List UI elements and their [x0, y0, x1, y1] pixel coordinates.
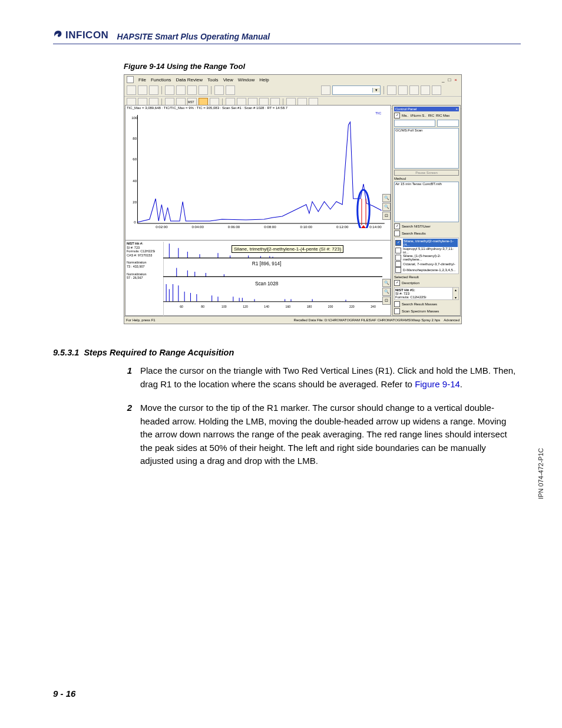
svg-text:0:10:00: 0:10:00	[300, 225, 313, 228]
nist-info-block: NIST Hit #: SI #: 723 Formula: C12H22Si …	[127, 242, 164, 317]
pause-screen-button[interactable]: Pause Screen	[394, 170, 459, 176]
svg-text:R1 [896, 914]: R1 [896, 914]	[252, 261, 282, 266]
tb-pencil-icon[interactable]	[387, 85, 396, 95]
zoom-out-icon[interactable]: 🔍	[382, 203, 391, 211]
tb-list-icon[interactable]	[432, 85, 441, 95]
menu-file[interactable]: File	[138, 77, 146, 83]
svg-text:120: 120	[243, 305, 248, 308]
zoom-out-2-icon[interactable]: 🔍	[382, 288, 391, 296]
tb-search-icon[interactable]	[321, 85, 330, 95]
result-4[interactable]: D-Mannoheptadecane-1,2,3,4,5...	[403, 268, 456, 272]
result-2[interactable]: Silane, [1-(5-hexenyl)-2-methylene...	[403, 254, 458, 261]
section-heading: 9.5.3.1 Steps Required to Range Acquisit…	[53, 348, 521, 357]
status-help: For Help, press F1	[126, 318, 156, 322]
zoom-fit-2-icon[interactable]: ⊡	[382, 297, 391, 305]
zoom-in-2-icon[interactable]: 🔍	[382, 279, 391, 287]
menu-view[interactable]: View	[223, 77, 233, 83]
step-2-number: 2	[124, 401, 132, 468]
tb-print-icon[interactable]	[176, 85, 186, 95]
selected-result-label: Selected Result	[394, 275, 459, 279]
svg-text:20: 20	[133, 200, 137, 204]
chk-scan-spectrum-masses[interactable]	[394, 308, 400, 314]
window-minimize-button[interactable]: _	[440, 77, 446, 83]
control-panel-title: Control Panel ×	[394, 107, 459, 111]
svg-marker-18	[361, 225, 366, 228]
menu-tools[interactable]: Tools	[207, 77, 219, 83]
page-number: 9 - 16	[53, 689, 75, 699]
result-1[interactable]: Isopropyl 5,11-dihydroxy-3,7,11-tri...	[403, 247, 458, 254]
svg-text:60: 60	[133, 157, 137, 161]
app-icon	[127, 76, 134, 83]
top-chart-title: TIC_Max = 3,089,648 : TIC/TIC_Max = 9% :…	[127, 106, 389, 110]
input-ric[interactable]	[437, 120, 459, 127]
figure-caption: Figure 9-14 Using the Range Tool	[124, 62, 521, 71]
app-menubar: File Functions Data Review Tools View Wi…	[124, 75, 461, 84]
menu-data-review[interactable]: Data Review	[176, 77, 203, 83]
tb-find-icon[interactable]	[421, 85, 430, 95]
svg-text:0:04:00: 0:04:00	[192, 225, 204, 228]
side-ipn-code: IPN 074-472-P1C	[537, 448, 544, 499]
chk-search-result-masses[interactable]	[394, 301, 400, 307]
menu-help[interactable]: Help	[259, 77, 269, 83]
step-1-number: 1	[124, 364, 132, 391]
chk-description[interactable]	[394, 280, 400, 286]
svg-point-15	[358, 190, 369, 228]
control-panel-close-icon[interactable]: ×	[455, 107, 458, 111]
scroll-down-icon[interactable]: ▾	[453, 295, 458, 299]
result-0[interactable]: Silane, trimethyl[2-methylene-1-(4...	[403, 239, 458, 247]
chk-search-nist[interactable]	[394, 223, 400, 229]
xref-figure-9-14[interactable]: Figure 9-14	[415, 379, 460, 389]
tb-export-icon[interactable]	[187, 85, 197, 95]
svg-text:180: 180	[307, 305, 312, 308]
chk-result-2[interactable]	[395, 255, 401, 261]
chk-result-1[interactable]	[395, 248, 401, 253]
tb-stop-icon[interactable]	[214, 85, 224, 95]
svg-text:160: 160	[286, 305, 291, 308]
brand-logo: INFICON	[53, 29, 108, 41]
svg-text:0:06:00: 0:06:00	[228, 225, 240, 228]
tb-close-icon[interactable]	[149, 85, 158, 95]
tb-search-combo[interactable]: ▾	[332, 85, 381, 95]
svg-text:100: 100	[222, 305, 227, 308]
tb-save-icon[interactable]	[165, 85, 174, 95]
tb-chart2-icon[interactable]	[409, 85, 419, 95]
tb-open-icon[interactable]	[138, 85, 147, 95]
svg-text:60: 60	[180, 305, 183, 308]
top-chromatogram[interactable]: 100 80 60 40 20 0 0:02:00 0:04:00 0:06:0…	[125, 110, 391, 228]
method-label: Method	[394, 177, 459, 180]
svg-text:Scan 1028: Scan 1028	[255, 281, 279, 286]
chk-result-3[interactable]	[395, 261, 401, 267]
spectrum-tooltip: Silane, trimethyl[2-methylene-1-(4-pente…	[232, 245, 343, 253]
step-2-body: Move the cursor to the tip of the R1 mar…	[140, 401, 521, 468]
step-1-body: Place the cursor on the triangle with Tw…	[140, 364, 521, 391]
chk-result-4[interactable]	[395, 267, 401, 273]
chk-result-0[interactable]	[395, 240, 401, 246]
svg-text:40: 40	[133, 179, 137, 183]
page-header: INFICON HAPSITE Smart Plus Operating Man…	[53, 29, 521, 44]
chart-column: TIC_Max = 3,089,648 : TIC/TIC_Max = 9% :…	[125, 105, 391, 316]
zoom-in-icon[interactable]: 🔍	[382, 194, 391, 202]
svg-text:240: 240	[371, 305, 376, 308]
chk-search-results[interactable]	[394, 230, 400, 236]
tb-help-icon[interactable]	[226, 85, 235, 95]
svg-text:80: 80	[201, 305, 204, 308]
svg-text:140: 140	[264, 305, 269, 308]
chk-ma[interactable]	[394, 113, 400, 118]
menu-functions[interactable]: Functions	[151, 77, 171, 83]
logo-swirl-icon	[53, 30, 64, 41]
scroll-up-icon[interactable]: ▴	[453, 288, 458, 292]
tb-new-icon[interactable]	[127, 85, 136, 95]
brand-name: INFICON	[65, 29, 108, 41]
zoom-fit-icon[interactable]: ⊡	[382, 212, 391, 220]
tb-printer2-icon[interactable]	[199, 85, 208, 95]
svg-text:0:08:00: 0:08:00	[264, 225, 276, 228]
input-ma[interactable]	[394, 120, 435, 127]
figure-screenshot: File Functions Data Review Tools View Wi…	[124, 74, 462, 324]
window-close-button[interactable]: ×	[452, 77, 459, 83]
step-1: 1 Place the cursor on the triangle with …	[124, 364, 521, 391]
window-restore-button[interactable]: □	[446, 77, 452, 83]
tb-chart-icon[interactable]	[398, 85, 408, 95]
svg-text:0:12:00: 0:12:00	[336, 225, 349, 228]
result-3[interactable]: Octanal, 7-methoxy-3,7-dimethyl-	[403, 262, 455, 266]
menu-window[interactable]: Window	[238, 77, 254, 83]
